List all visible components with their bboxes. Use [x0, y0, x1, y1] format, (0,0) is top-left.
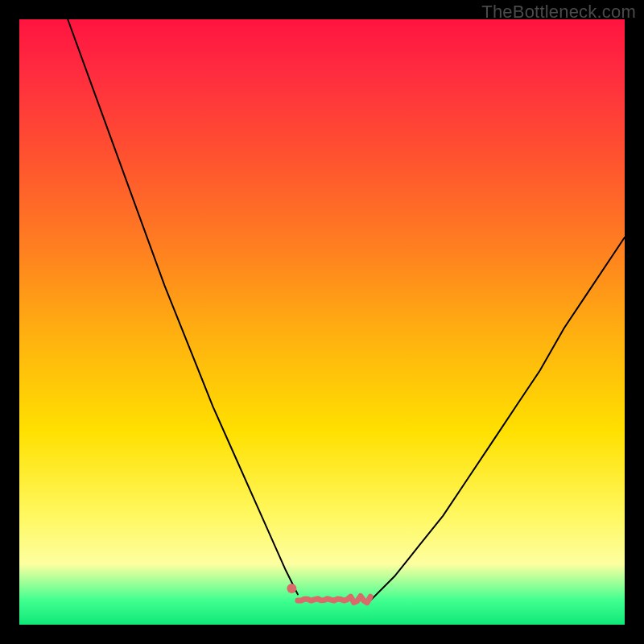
bottleneck-curve-chart: [19, 19, 625, 625]
flat-bottom-marker: [298, 596, 370, 602]
curve-right-branch: [370, 237, 625, 601]
marker-dot: [287, 584, 296, 593]
curve-left-branch: [68, 19, 298, 594]
